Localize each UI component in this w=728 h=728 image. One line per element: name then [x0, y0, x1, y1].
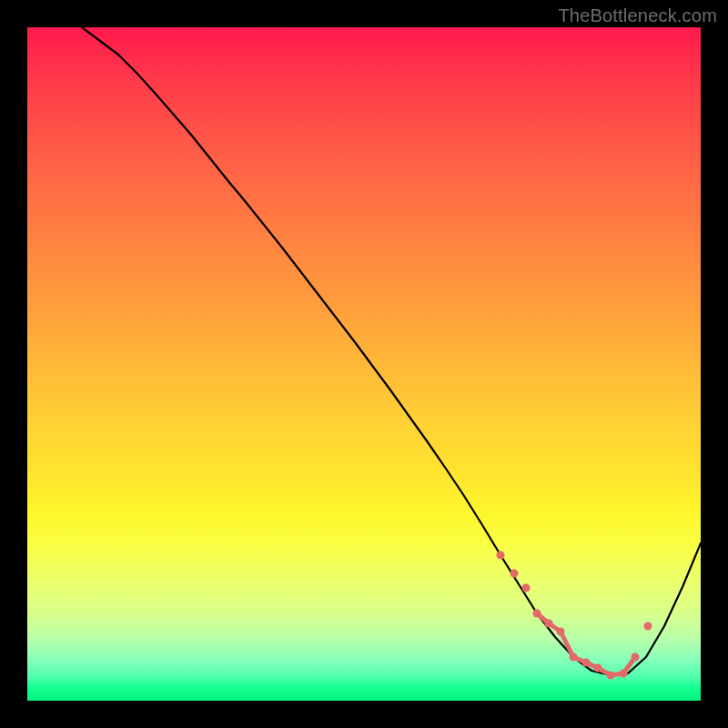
curve-svg: [27, 27, 701, 701]
chart-frame: TheBottleneck.com: [0, 0, 728, 728]
highlight-dot: [511, 570, 519, 578]
watermark-text: TheBottleneck.com: [558, 5, 717, 26]
optimal-range-highlight: [497, 551, 652, 680]
highlight-dot: [522, 584, 531, 592]
highlight-dot: [497, 551, 505, 560]
bottleneck-curve: [82, 27, 701, 675]
highlight-dot: [644, 622, 652, 631]
plot-area: [27, 27, 701, 701]
highlight-dot: [632, 653, 640, 662]
